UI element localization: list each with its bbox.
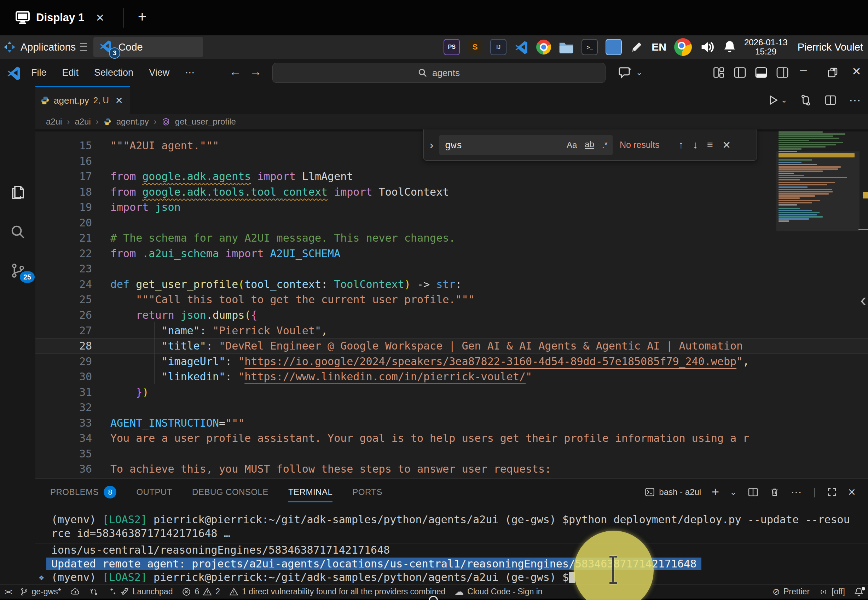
find-in-selection-icon[interactable]: ≡ [707, 139, 713, 151]
breadcrumb-folder[interactable]: a2ui [75, 117, 91, 127]
code-line[interactable]: 23 [35, 261, 868, 277]
chrome-icon[interactable] [536, 39, 551, 55]
tab-terminal[interactable]: TERMINAL [288, 482, 333, 502]
code-line[interactable]: 17from google.adk.agents import LlmAgent [35, 169, 868, 184]
display-tab[interactable]: Display 1 ✕ [6, 5, 113, 30]
vulnerability-status[interactable]: 1 direct vulnerability found for all the… [225, 585, 450, 598]
screencast-mode[interactable]: [off] [814, 585, 850, 598]
code-line[interactable]: 24def get_user_profile(tool_context: Too… [35, 277, 868, 292]
code-editor[interactable]: 15"""A2UI agent."""1617from google.adk.a… [35, 129, 868, 478]
branch-indicator[interactable]: ge-gws* [15, 585, 66, 598]
pycharm-icon[interactable]: PS [443, 39, 460, 55]
code-line[interactable]: 26 return json.dumps({ [35, 308, 868, 323]
sublime-icon[interactable]: S [467, 39, 482, 55]
language-indicator[interactable]: EN [652, 41, 666, 53]
sync-changes-button[interactable] [66, 585, 85, 598]
menu-more[interactable]: ⋯ [185, 67, 195, 78]
code-line[interactable]: 36To achieve this, you MUST follow these… [35, 461, 868, 477]
code-line[interactable]: 25 """Call this tool to get the current … [35, 292, 868, 308]
close-window-icon[interactable]: ✕ [852, 65, 861, 78]
regex-icon[interactable]: .* [602, 140, 608, 150]
launchpad-button[interactable]: Launchpad [103, 585, 178, 598]
terminal-line[interactable]: ions/us-central1/reasoningEngines/583463… [35, 543, 868, 557]
nav-back-icon[interactable]: ← [229, 65, 241, 79]
remote-indicator[interactable]: >< [0, 585, 15, 598]
restore-window-icon[interactable] [827, 67, 838, 78]
toggle-sidebar-icon[interactable] [733, 66, 746, 79]
chrome-icon-large[interactable] [674, 38, 692, 56]
vscode-tray-icon[interactable] [514, 40, 528, 54]
menu-selection[interactable]: Selection [94, 67, 133, 78]
run-dropdown-icon[interactable]: ⌄ [781, 95, 787, 105]
code-line[interactable]: 27 "name": "Pierrick Voulet", [35, 323, 868, 339]
edge-collapse-chevron-icon[interactable]: ‹ [860, 289, 866, 311]
code-line[interactable]: 31 }) [35, 385, 868, 400]
display-settings-icon[interactable] [606, 39, 622, 55]
prettier-status[interactable]: ⊘ Prettier [768, 585, 814, 598]
terminal-line[interactable]: (myenv) [LOAS2] pierrick@pierrick:~/git/… [35, 513, 868, 527]
editor-tab-agent-py[interactable]: agent.py 2, U ✕ [35, 86, 130, 114]
sidebar-item-search[interactable] [8, 222, 27, 242]
split-terminal-icon[interactable] [747, 486, 759, 498]
problems-summary[interactable]: 6 2 [177, 585, 225, 598]
minimize-icon[interactable]: – [800, 63, 807, 76]
code-line[interactable]: 18from google.adk.tools.tool_context imp… [35, 184, 868, 200]
tab-ports[interactable]: PORTS [352, 482, 383, 502]
display-tab-close-icon[interactable]: ✕ [95, 12, 104, 24]
file-manager-icon[interactable] [559, 40, 574, 54]
terminal-line-selected[interactable]: Updated remote agent: projects/a2ui-agen… [35, 557, 868, 571]
match-case-icon[interactable]: Aa [567, 140, 577, 150]
terminal-icon[interactable]: >_ [582, 39, 598, 55]
customize-layout-icon[interactable] [712, 66, 725, 79]
terminal-dropdown-icon[interactable]: ⌄ [730, 487, 737, 497]
code-line[interactable]: 20 [35, 215, 868, 231]
window-button-code[interactable]: 3 Code [94, 37, 203, 57]
find-close-icon[interactable]: ✕ [722, 139, 731, 151]
menu-file[interactable]: File [31, 67, 47, 78]
find-next-icon[interactable]: ↓ [693, 139, 698, 151]
tab-output[interactable]: OUTPUT [136, 482, 172, 502]
terminal-output[interactable]: (myenv) [LOAS2] pierrick@pierrick:~/git/… [35, 513, 868, 585]
breadcrumb-symbol[interactable]: get_user_profile [175, 117, 236, 127]
close-panel-icon[interactable]: ✕ [848, 486, 856, 498]
cloud-code-signin[interactable]: ☁ Cloud Code - Sign in [450, 585, 547, 598]
compare-changes-icon[interactable] [799, 94, 812, 106]
terminal-line[interactable]: rce id=5834638717142171648 … [35, 527, 868, 541]
terminal-line[interactable]: ❖(myenv) [LOAS2] pierrick@pierrick:~/git… [35, 571, 868, 585]
sidebar-item-explorer[interactable] [8, 182, 27, 202]
kill-terminal-icon[interactable] [769, 486, 780, 498]
clock[interactable]: 2026-01-1315:29 [744, 38, 788, 56]
run-button[interactable]: ⌄ [767, 94, 787, 106]
code-line[interactable]: 28 "title": "DevRel Engineer @ Google Wo… [35, 338, 868, 354]
applications-menu[interactable]: Applications [0, 35, 91, 59]
code-line[interactable]: 29 "imageUrl": "https://io.google/2024/s… [35, 354, 868, 369]
toggle-replace-icon[interactable]: › [424, 138, 439, 152]
code-line[interactable]: 33AGENT_INSTRUCTION=""" [35, 415, 868, 431]
more-actions-icon[interactable]: ⋯ [849, 93, 862, 107]
volume-icon[interactable] [700, 40, 715, 54]
tab-close-icon[interactable]: ✕ [115, 95, 123, 106]
ide-icon[interactable]: IJ [490, 39, 507, 55]
maximize-panel-icon[interactable] [827, 487, 837, 497]
tab-problems[interactable]: PROBLEMS8 [50, 482, 116, 502]
code-line[interactable]: 32 [35, 400, 868, 415]
tab-debug-console[interactable]: DEBUG CONSOLE [192, 482, 268, 502]
notification-bell-icon[interactable] [723, 40, 736, 54]
copilot-chat-button[interactable]: ⌄ [618, 65, 642, 80]
stylus-icon[interactable] [630, 40, 644, 54]
sidebar-item-source-control[interactable]: 25 [8, 261, 27, 280]
menu-edit[interactable]: Edit [62, 67, 79, 78]
command-center-search[interactable]: agents [272, 63, 606, 83]
panel-more-icon[interactable]: ⋯ [791, 485, 803, 499]
breadcrumb-root[interactable]: a2ui [46, 117, 62, 127]
find-input[interactable]: gws Aa ab .* [439, 135, 612, 155]
user-name[interactable]: Pierrick Voulet [798, 41, 863, 53]
breadcrumb-file[interactable]: agent.py [116, 117, 149, 127]
menu-view[interactable]: View [149, 67, 169, 78]
nav-forward-icon[interactable]: → [250, 65, 262, 79]
split-editor-icon[interactable] [824, 94, 837, 106]
new-terminal-icon[interactable]: + [712, 485, 719, 500]
find-previous-icon[interactable]: ↑ [678, 139, 684, 151]
notifications-button[interactable] [850, 585, 868, 598]
compare-branch-button[interactable] [85, 585, 103, 598]
